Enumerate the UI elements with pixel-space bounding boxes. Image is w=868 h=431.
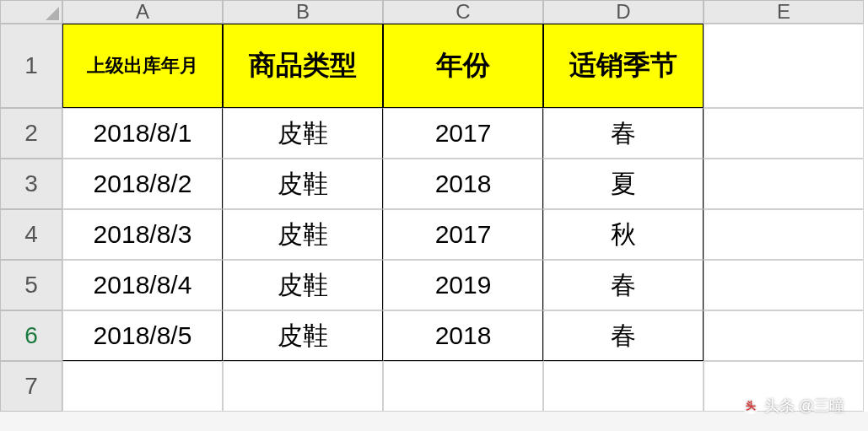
- select-all-corner[interactable]: [0, 0, 62, 24]
- cell-b2[interactable]: 皮鞋: [223, 108, 383, 159]
- watermark-text: 头条 @三曈: [764, 396, 844, 416]
- row-header-2[interactable]: 2: [0, 108, 62, 159]
- row-header-3[interactable]: 3: [0, 159, 62, 209]
- cell-c1[interactable]: 年份: [383, 24, 543, 108]
- cell-d6[interactable]: 春: [543, 310, 704, 361]
- cell-c4[interactable]: 2017: [383, 209, 543, 260]
- cell-c5[interactable]: 2019: [383, 260, 543, 310]
- cell-e5[interactable]: [704, 260, 864, 310]
- cell-a5[interactable]: 2018/8/4: [62, 260, 223, 310]
- col-header-e[interactable]: E: [704, 0, 864, 24]
- row-header-7[interactable]: 7: [0, 361, 62, 412]
- spreadsheet-grid: A B C D E 1 上级出库年月 商品类型 年份 适销季节 2 2018/8…: [0, 0, 868, 412]
- row-header-4[interactable]: 4: [0, 209, 62, 260]
- row-header-6[interactable]: 6: [0, 310, 62, 361]
- cell-e4[interactable]: [704, 209, 864, 260]
- watermark-icon: 头: [742, 397, 759, 414]
- cell-b5[interactable]: 皮鞋: [223, 260, 383, 310]
- cell-b1[interactable]: 商品类型: [223, 24, 383, 108]
- cell-d2[interactable]: 春: [543, 108, 704, 159]
- cell-a3[interactable]: 2018/8/2: [62, 159, 223, 209]
- cell-d4[interactable]: 秋: [543, 209, 704, 260]
- cell-b6[interactable]: 皮鞋: [223, 310, 383, 361]
- cell-e6[interactable]: [704, 310, 864, 361]
- cell-c7[interactable]: [383, 361, 543, 412]
- col-header-b[interactable]: B: [223, 0, 383, 24]
- cell-d7[interactable]: [543, 361, 704, 412]
- cell-a4[interactable]: 2018/8/3: [62, 209, 223, 260]
- cell-a1[interactable]: 上级出库年月: [62, 24, 223, 108]
- row-header-1[interactable]: 1: [0, 24, 62, 108]
- cell-e3[interactable]: [704, 159, 864, 209]
- cell-b4[interactable]: 皮鞋: [223, 209, 383, 260]
- cell-c6[interactable]: 2018: [383, 310, 543, 361]
- row-header-5[interactable]: 5: [0, 260, 62, 310]
- col-header-a[interactable]: A: [62, 0, 223, 24]
- cell-d3[interactable]: 夏: [543, 159, 704, 209]
- cell-e2[interactable]: [704, 108, 864, 159]
- cell-b3[interactable]: 皮鞋: [223, 159, 383, 209]
- cell-a7[interactable]: [62, 361, 223, 412]
- cell-d5[interactable]: 春: [543, 260, 704, 310]
- cell-a2[interactable]: 2018/8/1: [62, 108, 223, 159]
- watermark: 头 头条 @三曈: [742, 396, 844, 416]
- col-header-c[interactable]: C: [383, 0, 543, 24]
- cell-d1[interactable]: 适销季节: [543, 24, 704, 108]
- col-header-d[interactable]: D: [543, 0, 704, 24]
- cell-b7[interactable]: [223, 361, 383, 412]
- cell-c3[interactable]: 2018: [383, 159, 543, 209]
- cell-e1[interactable]: [704, 24, 864, 108]
- cell-a6[interactable]: 2018/8/5: [62, 310, 223, 361]
- cell-c2[interactable]: 2017: [383, 108, 543, 159]
